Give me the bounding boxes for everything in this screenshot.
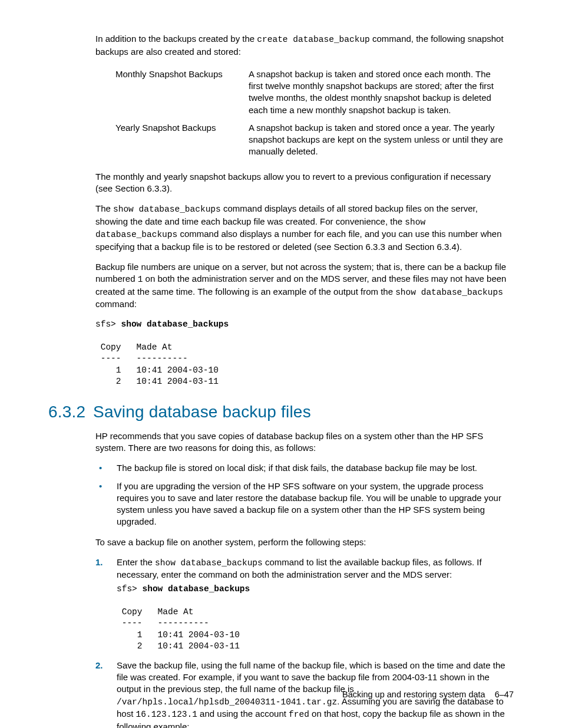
table-row: Monthly Snapshot Backups A snapshot back… (115, 66, 507, 120)
section-number: 6.3.2 (48, 401, 93, 423)
paragraph: To save a backup file on another system,… (95, 536, 508, 548)
prompt: sfs> (117, 584, 143, 594)
text: and using the account (197, 709, 289, 719)
text: The (95, 203, 113, 213)
paragraph: The show database_backups command displa… (95, 203, 508, 253)
step-item: Enter the show database_backups command … (95, 556, 508, 653)
code-block: sfs> show database_backups Copy Made At … (117, 584, 508, 653)
text: Enter the (117, 557, 155, 567)
intro-paragraph: In addition to the backups created by th… (95, 33, 508, 58)
footer-page-number: 6–47 (495, 690, 514, 699)
command-text: create database_backup (257, 35, 369, 44)
page-footer: Backing up and restoring system data 6–4… (342, 689, 514, 701)
prompt: sfs> (95, 319, 121, 329)
footer-title: Backing up and restoring system data (342, 690, 485, 699)
text: In addition to the backups created by th… (95, 34, 257, 44)
list-item: The backup file is stored on local disk;… (95, 462, 508, 474)
host-text: 16.123.123.1 (136, 710, 197, 719)
section-title: Saving database backup files (93, 403, 311, 421)
page: In addition to the backups created by th… (0, 0, 562, 728)
command-text: show database_backups (155, 558, 263, 568)
snapshot-definitions-table: Monthly Snapshot Backups A snapshot back… (115, 66, 507, 162)
output: Copy Made At ---- ---------- 1 10:41 200… (95, 342, 219, 387)
term-cell: Yearly Snapshot Backups (115, 120, 249, 162)
table-row: Yearly Snapshot Backups A snapshot backu… (115, 120, 507, 162)
user-text: fred (289, 710, 309, 719)
code-block: sfs> show database_backups Copy Made At … (95, 319, 508, 388)
paragraph: Backup file numbers are unique on a serv… (95, 261, 508, 311)
content-area: In addition to the backups created by th… (48, 33, 508, 728)
steps-list: Enter the show database_backups command … (95, 556, 508, 728)
path-text: /var/hpls.local/hplsdb_20040311-1041.tar… (117, 697, 337, 707)
command: show database_backups (121, 319, 229, 329)
bullet-list: The backup file is stored on local disk;… (95, 462, 508, 528)
output: Copy Made At ---- ---------- 1 10:41 200… (117, 607, 240, 651)
command-text: show database_backups (113, 205, 221, 214)
command: show database_backups (143, 584, 250, 594)
command-text: show database_backups (395, 288, 503, 297)
paragraph: The monthly and yearly snapshot backups … (95, 171, 508, 195)
paragraph: HP recommends that you save copies of da… (95, 430, 508, 454)
desc-cell: A snapshot backup is taken and stored on… (249, 66, 507, 120)
section-heading: 6.3.2Saving database backup files (48, 401, 508, 423)
desc-cell: A snapshot backup is taken and stored on… (249, 120, 507, 162)
term-cell: Monthly Snapshot Backups (115, 66, 249, 120)
list-item: If you are upgrading the version of the … (95, 480, 508, 528)
text: command: (95, 299, 137, 309)
